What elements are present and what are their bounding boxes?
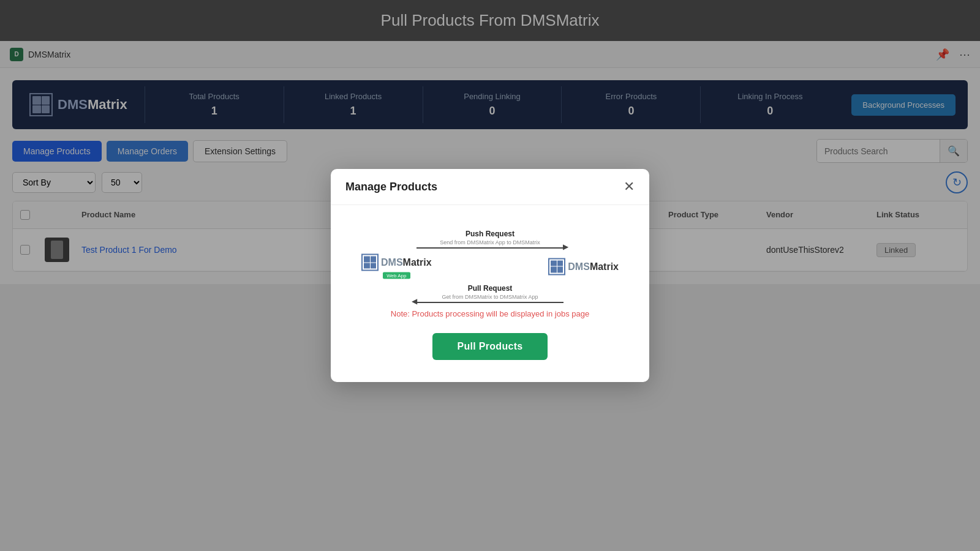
push-arrow-line bbox=[417, 247, 564, 249]
push-request-label: Push Request bbox=[417, 230, 564, 238]
push-request-arrow-container: Push Request Send from DMSMatrix App to … bbox=[417, 230, 564, 249]
note-text: Note: Products processing will be displa… bbox=[355, 309, 625, 318]
pull-arrow-line bbox=[417, 302, 564, 303]
right-logo: DMSMatrix bbox=[548, 258, 619, 275]
left-logo-grid bbox=[361, 254, 379, 271]
left-logo-text: DMSMatrix bbox=[381, 257, 432, 268]
left-dmsmatrix-logo: DMSMatrix bbox=[361, 254, 432, 271]
modal-header: Manage Products ✕ bbox=[331, 169, 649, 205]
diagram: Push Request Send from DMSMatrix App to … bbox=[355, 223, 625, 309]
pull-request-label: Pull Request bbox=[417, 284, 564, 293]
push-request-sublabel: Send from DMSMatrix App to DMSMatrix bbox=[417, 239, 564, 246]
modal-overlay: Manage Products ✕ Push Request Send from… bbox=[0, 0, 980, 551]
pull-products-button[interactable]: Pull Products bbox=[432, 333, 547, 360]
pull-request-sublabel: Get from DMSMatrix to DMSMatrix App bbox=[417, 294, 564, 300]
pull-request-arrow-container: Pull Request Get from DMSMatrix to DMSMa… bbox=[417, 284, 564, 303]
manage-products-modal: Manage Products ✕ Push Request Send from… bbox=[331, 169, 649, 382]
left-logo: DMSMatrix Web App bbox=[361, 254, 432, 279]
right-dmsmatrix-logo: DMSMatrix bbox=[548, 258, 619, 275]
modal-title: Manage Products bbox=[345, 181, 437, 193]
logos-row: DMSMatrix Web App DMSMatrix bbox=[355, 254, 625, 279]
modal-close-button[interactable]: ✕ bbox=[624, 180, 635, 193]
right-logo-text: DMSMatrix bbox=[568, 261, 619, 272]
right-logo-grid bbox=[548, 258, 565, 275]
modal-body: Push Request Send from DMSMatrix App to … bbox=[331, 205, 649, 382]
webapp-badge: Web App bbox=[383, 272, 410, 279]
